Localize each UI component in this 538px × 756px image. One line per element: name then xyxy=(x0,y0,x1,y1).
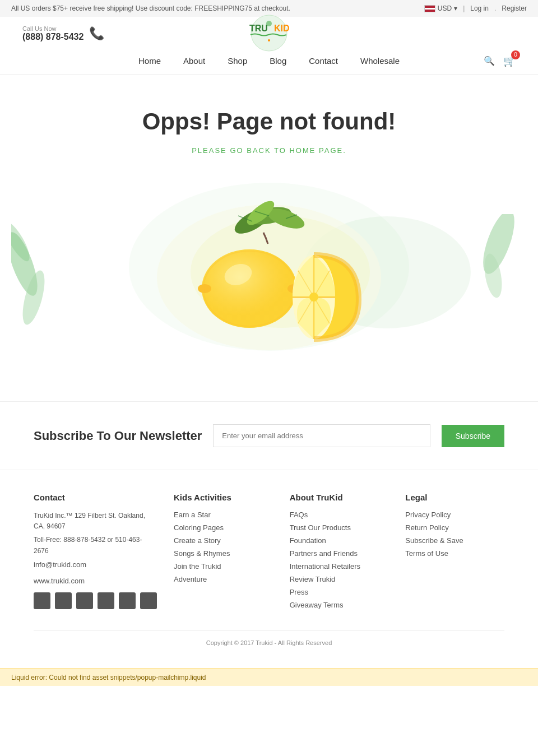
left-leaf-decoration xyxy=(11,208,67,348)
pinterest-icon[interactable]: p xyxy=(76,592,93,609)
footer-contact-col: Contact TruKid Inc.™ 129 Filbert St. Oak… xyxy=(34,493,157,614)
about-press[interactable]: Press xyxy=(290,588,389,596)
logo-svg: TRU KID xyxy=(233,13,305,53)
footer-legal-col: Legal Privacy Policy Return Policy Subsc… xyxy=(405,493,504,614)
youtube-icon[interactable]: ▶ xyxy=(119,592,136,609)
website-link[interactable]: www.trukid.com xyxy=(34,576,157,587)
svg-text:TRU: TRU xyxy=(249,24,268,33)
kids-coloring-pages[interactable]: Coloring Pages xyxy=(174,523,273,532)
twitter-icon[interactable]: t xyxy=(55,592,72,609)
nav-icons: 🔍 🛒 0 xyxy=(484,55,516,67)
lemon-svg xyxy=(151,188,387,367)
kids-join-trukid[interactable]: Join the Trukid xyxy=(174,562,273,571)
nav-home[interactable]: Home xyxy=(138,56,161,66)
contact-website: www.trukid.com xyxy=(34,576,157,587)
email-social-icon[interactable]: @ xyxy=(140,592,157,609)
liquid-error-message: Liquid error: Could not find asset snipp… xyxy=(11,674,206,681)
svg-point-3 xyxy=(266,21,272,26)
error-title: Opps! Page not found! xyxy=(11,108,527,135)
nav-shop[interactable]: Shop xyxy=(228,56,247,66)
kids-create-story[interactable]: Create a Story xyxy=(174,536,273,545)
header: Call Us Now (888) 878-5432 📞 TRU KID xyxy=(0,17,538,50)
legal-title: Legal xyxy=(405,493,504,502)
about-faqs[interactable]: FAQs xyxy=(290,511,389,519)
kids-songs-rhymes[interactable]: Songs & Rhymes xyxy=(174,549,273,558)
kids-earn-star[interactable]: Earn a Star xyxy=(174,511,273,519)
social-icons: f t p g+ ▶ @ xyxy=(34,592,157,614)
logo[interactable]: TRU KID xyxy=(233,13,305,54)
cart-badge: 0 xyxy=(511,50,520,59)
banner-message: All US orders $75+ receive free shipping… xyxy=(11,4,290,12)
svg-point-4 xyxy=(268,39,270,41)
go-home-link[interactable]: PLEASE GO BACK TO HOME PAGE. xyxy=(192,146,346,155)
cart-wrapper[interactable]: 🛒 0 xyxy=(503,55,516,67)
separator2: . xyxy=(494,4,496,12)
about-partners[interactable]: Partners and Friends xyxy=(290,549,389,558)
search-icon[interactable]: 🔍 xyxy=(484,55,495,66)
contact-email: info@trukid.com xyxy=(34,559,157,571)
chevron-down-icon: ▾ xyxy=(454,4,457,12)
legal-return[interactable]: Return Policy xyxy=(405,523,504,532)
about-giveaway[interactable]: Giveaway Terms xyxy=(290,601,389,609)
error-section: Opps! Page not found! PLEASE GO BACK TO … xyxy=(0,75,538,401)
error-subtitle: PLEASE GO BACK TO HOME PAGE. xyxy=(11,146,527,155)
separator: | xyxy=(463,4,465,12)
copyright-text: Copyright © 2017 Trukid - All Rights Res… xyxy=(206,639,332,646)
footer-kids-col: Kids Activities Earn a Star Coloring Pag… xyxy=(174,493,273,614)
newsletter-title: Subscribe To Our Newsletter xyxy=(34,429,202,443)
legal-privacy[interactable]: Privacy Policy xyxy=(405,511,504,519)
footer-grid: Contact TruKid Inc.™ 129 Filbert St. Oak… xyxy=(34,493,504,614)
legal-subscribe-save[interactable]: Subscribe & Save xyxy=(405,536,504,545)
lemon-illustration xyxy=(151,188,387,369)
kids-activities-title: Kids Activities xyxy=(174,493,273,502)
currency-label: USD xyxy=(438,4,452,12)
contact-title: Contact xyxy=(34,493,157,502)
nav-contact[interactable]: Contact xyxy=(309,56,338,66)
email-link[interactable]: info@trukid.com xyxy=(34,559,157,571)
svg-point-21 xyxy=(198,284,211,293)
facebook-icon[interactable]: f xyxy=(34,592,50,609)
about-international[interactable]: International Retailers xyxy=(290,562,389,571)
contact-tollfree: Toll-Free: 888-878-5432 or 510-463-2676 xyxy=(34,535,157,556)
subscribe-button[interactable]: Subscribe xyxy=(442,425,504,447)
about-review[interactable]: Review Trukid xyxy=(290,575,389,583)
legal-terms-of-use[interactable]: Terms of Use xyxy=(405,549,504,558)
svg-point-0 xyxy=(251,15,287,51)
flag-icon xyxy=(424,5,435,12)
nav-blog[interactable]: Blog xyxy=(270,56,286,66)
about-foundation[interactable]: Foundation xyxy=(290,536,389,545)
liquid-error: Liquid error: Could not find asset snipp… xyxy=(0,669,538,686)
login-link[interactable]: Log in xyxy=(470,4,489,12)
currency-selector[interactable]: USD ▾ xyxy=(424,4,457,12)
contact-address: TruKid Inc.™ 129 Filbert St. Oakland, CA… xyxy=(34,511,157,532)
newsletter-section: Subscribe To Our Newsletter Subscribe xyxy=(0,401,538,470)
phone-icon: 📞 xyxy=(89,26,104,41)
kids-adventure[interactable]: Adventure xyxy=(174,575,273,583)
newsletter-email-input[interactable] xyxy=(213,424,430,447)
main-nav: Home About Shop Blog Contact Wholesale 🔍… xyxy=(0,50,538,75)
header-left: Call Us Now (888) 878-5432 📞 xyxy=(22,25,104,42)
googleplus-icon[interactable]: g+ xyxy=(98,592,114,609)
footer-about-col: About TruKid FAQs Trust Our Products Fou… xyxy=(290,493,389,614)
phone-number: (888) 878-5432 xyxy=(22,32,84,42)
about-trukid-title: About TruKid xyxy=(290,493,389,502)
svg-point-20 xyxy=(202,249,297,328)
footer-copyright: Copyright © 2017 Trukid - All Rights Res… xyxy=(34,630,504,646)
nav-about[interactable]: About xyxy=(183,56,205,66)
nav-wholesale[interactable]: Wholesale xyxy=(360,56,400,66)
call-label: Call Us Now xyxy=(22,25,84,32)
call-info: Call Us Now (888) 878-5432 xyxy=(22,25,84,42)
svg-text:KID: KID xyxy=(274,24,290,33)
right-leaf-decoration xyxy=(471,214,516,298)
lemon-image xyxy=(11,171,527,384)
top-banner-right: USD ▾ | Log in . Register xyxy=(424,4,527,12)
about-trust-products[interactable]: Trust Our Products xyxy=(290,523,389,532)
footer: Contact TruKid Inc.™ 129 Filbert St. Oak… xyxy=(0,470,538,669)
svg-point-30 xyxy=(309,293,318,302)
register-link[interactable]: Register xyxy=(502,4,527,12)
